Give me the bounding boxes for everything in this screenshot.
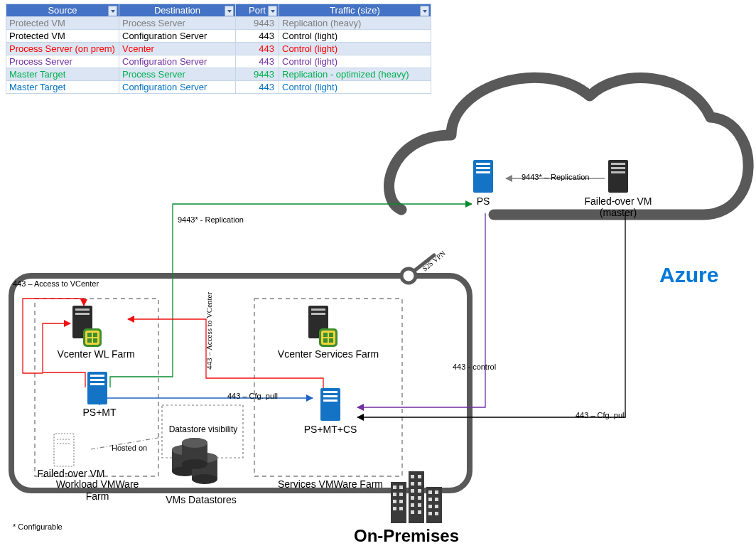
- svg-rect-36: [323, 399, 338, 402]
- table-row: Master TargetConfiguration Server443Cont…: [6, 81, 431, 94]
- cell-dest: Configuration Server: [119, 81, 236, 94]
- svg-rect-18: [90, 375, 104, 377]
- azure-cloud: [389, 77, 749, 215]
- azure-failedvm-label: Failed-over VM: [580, 195, 657, 207]
- svg-rect-21: [54, 434, 74, 466]
- server-icon: [473, 160, 493, 193]
- svg-rect-25: [311, 308, 325, 311]
- table-row: Protected VMProcess Server9443Replicatio…: [6, 17, 431, 30]
- svg-rect-14: [93, 333, 97, 337]
- svg-rect-64: [411, 489, 414, 493]
- dropdown-icon[interactable]: [225, 6, 234, 16]
- cell-traffic: Replication - optimized (heavy): [279, 68, 431, 81]
- vcenter-wl-label: Vcenter WL Farm: [50, 348, 142, 360]
- svg-rect-71: [418, 510, 421, 514]
- dropdown-icon[interactable]: [108, 6, 117, 16]
- cell-port: 9443: [236, 17, 279, 30]
- svg-rect-32: [329, 338, 333, 343]
- cell-dest: Process Server: [119, 68, 236, 81]
- svg-rect-68: [411, 503, 414, 507]
- svg-rect-77: [435, 505, 438, 508]
- svg-rect-57: [399, 500, 403, 503]
- conn-failedvm-psmtcs: [357, 213, 625, 417]
- datastores-label: VMs Datastores: [155, 494, 247, 505]
- dropdown-icon[interactable]: [420, 6, 429, 16]
- cell-source: Master Target: [6, 81, 119, 94]
- onprem-title: On-Premises: [354, 526, 459, 546]
- svg-rect-58: [393, 507, 396, 510]
- svg-rect-7: [611, 171, 625, 173]
- lbl-9443-repl2: 9443* – Replication: [522, 173, 589, 181]
- svg-rect-54: [393, 493, 396, 496]
- svg-rect-70: [411, 510, 414, 514]
- cell-source: Master Target: [6, 68, 119, 81]
- vcenter-access-vert-label: 443 – Access to VCenter: [205, 291, 213, 370]
- svg-rect-35: [323, 395, 338, 397]
- svg-rect-62: [411, 482, 414, 485]
- cell-dest: Configuration Server: [119, 30, 236, 43]
- svg-rect-75: [435, 498, 438, 501]
- svg-rect-53: [399, 485, 403, 489]
- table-row: Process ServerConfiguration Server443Con…: [6, 55, 431, 68]
- svg-rect-59: [399, 507, 403, 510]
- svg-rect-2: [476, 167, 490, 169]
- svg-rect-9: [75, 308, 90, 311]
- svg-rect-79: [435, 512, 438, 515]
- svg-rect-66: [411, 496, 414, 500]
- cell-source: Protected VM: [6, 17, 119, 30]
- svg-rect-31: [323, 338, 328, 343]
- svg-point-47: [182, 459, 207, 469]
- svg-rect-20: [90, 383, 104, 385]
- datastore-icon: [182, 438, 207, 469]
- vmware-icon: [83, 328, 102, 347]
- svg-rect-60: [411, 475, 414, 478]
- svg-rect-30: [329, 333, 333, 337]
- cell-port: 9443: [236, 68, 279, 81]
- vmware-icon: [319, 328, 338, 347]
- cell-port: 443: [236, 30, 279, 43]
- dropdown-icon[interactable]: [268, 6, 277, 16]
- cell-traffic: Control (light): [279, 81, 431, 94]
- cell-source: Protected VM: [6, 30, 119, 43]
- cell-traffic: Control (light): [279, 30, 431, 43]
- svg-point-43: [192, 474, 217, 484]
- th-dest: Destination: [154, 5, 200, 16]
- cell-port: 443: [236, 55, 279, 68]
- lbl-443-vcenter: 443 – Access to VCenter: [13, 279, 99, 288]
- psmtcs-label: PS+MT+CS: [298, 424, 362, 435]
- svg-rect-15: [87, 338, 92, 343]
- th-traffic: Traffic (size): [330, 5, 380, 16]
- lbl-443-control: 443 - control: [453, 363, 496, 371]
- svg-rect-5: [611, 163, 625, 165]
- cell-dest: Process Server: [119, 17, 236, 30]
- conn-azureps-psmtcs: [357, 213, 485, 407]
- th-source: Source: [48, 5, 77, 16]
- svg-rect-6: [611, 167, 625, 169]
- conn-psmt-psmtcs: [99, 398, 313, 405]
- svg-rect-13: [87, 333, 92, 337]
- cell-dest: Vcenter: [119, 43, 236, 55]
- footnote: * Configurable: [13, 522, 63, 531]
- table-row: Master TargetProcess Server9443Replicati…: [6, 68, 431, 81]
- svg-rect-3: [476, 171, 490, 173]
- svg-rect-63: [418, 482, 421, 485]
- lbl-443-cfgpull-a: 443 – Cfg. pull: [227, 392, 278, 400]
- svg-rect-1: [476, 163, 490, 165]
- psmt-label: PS+MT: [78, 407, 121, 418]
- hosted-on-label: Hosted on: [112, 444, 147, 452]
- svg-rect-78: [428, 512, 432, 515]
- azure-failedvm-label2: (master): [580, 207, 657, 218]
- svg-rect-10: [75, 313, 90, 315]
- cell-traffic: Control (light): [279, 55, 431, 68]
- table-row: Process Server (on prem)Vcenter443Contro…: [6, 43, 431, 55]
- failedvm-label: Failed-over VM: [32, 468, 110, 479]
- svg-rect-34: [323, 391, 338, 393]
- svg-rect-73: [435, 490, 438, 494]
- datastore-vis-label: Datastore visibility: [161, 424, 246, 434]
- svg-rect-29: [323, 333, 328, 337]
- svg-rect-56: [393, 500, 396, 503]
- svg-rect-16: [93, 338, 97, 343]
- services-farm-label: Services VMWare Farm: [263, 478, 398, 490]
- conn-psmt-azureps: [110, 204, 472, 387]
- azure-title: Azure: [659, 263, 718, 287]
